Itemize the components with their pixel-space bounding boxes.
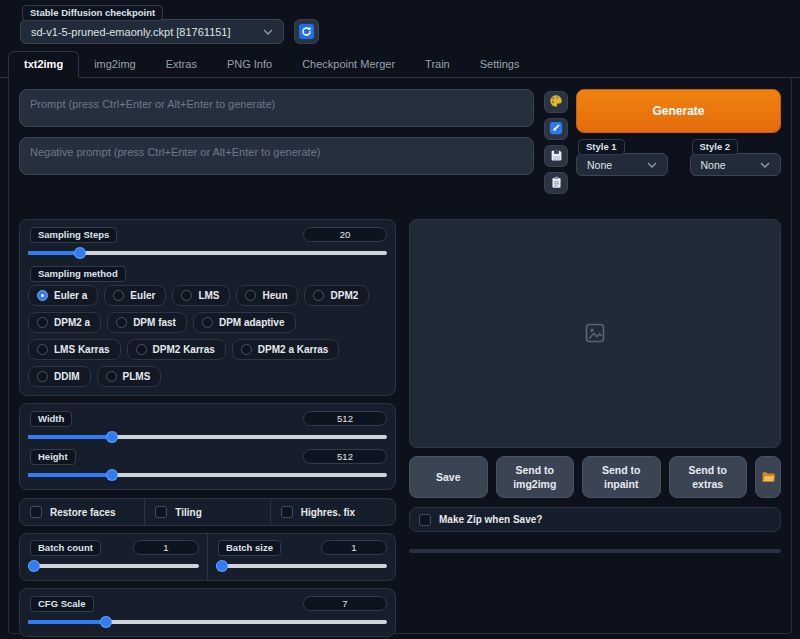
make-zip-checkbox[interactable] — [419, 514, 431, 526]
restore-faces-cell: Restore faces — [20, 499, 144, 525]
tab-settings[interactable]: Settings — [465, 52, 535, 77]
batch-count-slider[interactable] — [28, 560, 199, 572]
apply-style-icon — [550, 176, 563, 191]
tab-train[interactable]: Train — [410, 52, 465, 77]
slider-thumb[interactable] — [106, 431, 118, 443]
sampling-group: Sampling Steps 20 Sampling method Euler … — [19, 219, 396, 396]
sampler-dpm-fast[interactable]: DPM fast — [107, 312, 187, 333]
sampling-steps-value[interactable]: 20 — [303, 227, 387, 242]
radio-icon — [106, 371, 117, 382]
radio-icon — [37, 317, 48, 328]
save-style-icon — [550, 149, 563, 164]
random-artist-button[interactable] — [544, 91, 568, 113]
checkpoint-label: Stable Diffusion checkpoint — [22, 5, 163, 21]
checkpoint-select[interactable]: sd-v1-5-pruned-emaonly.ckpt [81761151] — [20, 19, 284, 44]
apply-style-button[interactable] — [544, 172, 568, 194]
send-to-inpaint-button[interactable]: Send to inpaint — [582, 456, 661, 498]
generate-button[interactable]: Generate — [576, 89, 781, 133]
cfg-group: CFG Scale 7 — [19, 588, 396, 637]
paste-params-icon — [549, 121, 563, 137]
paste-params-button[interactable] — [544, 118, 568, 140]
tab-extras[interactable]: Extras — [151, 52, 212, 77]
radio-icon — [313, 290, 324, 301]
sampling-method-radios: Euler aEulerLMSHeunDPM2DPM2 aDPM fastDPM… — [28, 285, 387, 387]
batch-size-slider[interactable] — [216, 560, 387, 572]
radio-icon — [37, 344, 48, 355]
height-slider[interactable] — [28, 469, 387, 481]
radio-icon — [202, 317, 213, 328]
restore-faces-checkbox[interactable] — [30, 506, 42, 518]
radio-icon — [37, 290, 48, 301]
refresh-icon — [299, 24, 314, 39]
slider-thumb[interactable] — [28, 560, 40, 572]
batch-size-value[interactable]: 1 — [321, 540, 387, 555]
height-label: Height — [30, 449, 76, 465]
settings-column: Sampling Steps 20 Sampling method Euler … — [19, 219, 396, 639]
chevron-down-icon — [647, 162, 657, 168]
sampler-euler[interactable]: Euler — [104, 285, 166, 306]
slider-thumb[interactable] — [106, 469, 118, 481]
zip-group: Make Zip when Save? — [409, 507, 781, 532]
toggles-group: Restore facesTilingHighres. fix — [19, 498, 396, 526]
sampler-euler-a[interactable]: Euler a — [28, 285, 98, 306]
sampler-heun[interactable]: Heun — [236, 285, 298, 306]
open-folder-button[interactable] — [755, 456, 781, 498]
sampler-ddim[interactable]: DDIM — [28, 366, 91, 387]
tiling-checkbox[interactable] — [155, 506, 167, 518]
prompt-input[interactable]: Prompt (press Ctrl+Enter or Alt+Enter to… — [19, 89, 534, 127]
sampler-lms[interactable]: LMS — [172, 285, 230, 306]
styles-row: Style 1NoneStyle 2None — [576, 139, 781, 176]
batch-count-label: Batch count — [30, 540, 101, 556]
height-value[interactable]: 512 — [303, 449, 387, 464]
width-value[interactable]: 512 — [303, 411, 387, 426]
radio-icon — [136, 344, 147, 355]
slider-thumb[interactable] — [100, 616, 112, 628]
tab-png-info[interactable]: PNG Info — [212, 52, 287, 77]
sampler-dpm2[interactable]: DPM2 — [304, 285, 369, 306]
style-1-select[interactable]: None — [576, 153, 668, 176]
prompt-tools — [544, 89, 570, 194]
sampler-plms[interactable]: PLMS — [97, 366, 162, 387]
tab-checkpoint-merger[interactable]: Checkpoint Merger — [287, 52, 410, 77]
cfg-scale-slider[interactable] — [28, 616, 387, 628]
radio-icon — [37, 371, 48, 382]
tab-img2img[interactable]: img2img — [79, 52, 151, 77]
sampler-dpm2-karras[interactable]: DPM2 Karras — [127, 339, 226, 360]
radio-icon — [116, 317, 127, 328]
slider-thumb[interactable] — [216, 560, 228, 572]
refresh-checkpoint-button[interactable] — [294, 19, 319, 44]
stable-diffusion-webui: Stable Diffusion checkpoint sd-v1-5-prun… — [0, 0, 800, 639]
style-1-group: Style 1None — [576, 139, 668, 176]
image-placeholder-icon — [585, 323, 605, 345]
cfg-scale-value[interactable]: 7 — [303, 596, 387, 611]
send-to-img2img-button[interactable]: Send to img2img — [496, 456, 575, 498]
sampler-dpm2-a[interactable]: DPM2 a — [28, 312, 101, 333]
slider-thumb[interactable] — [74, 247, 86, 259]
make-zip-label: Make Zip when Save? — [439, 514, 542, 525]
dimensions-group: Width 512 Height 512 — [19, 403, 396, 490]
highres-fix-checkbox[interactable] — [281, 506, 293, 518]
main-tabbar: txt2imgimg2imgExtrasPNG InfoCheckpoint M… — [0, 51, 800, 78]
save-style-button[interactable] — [544, 145, 568, 167]
batch-size-label: Batch size — [218, 540, 281, 556]
batch-count-cell: Batch count 1 — [20, 534, 207, 580]
batch-count-value[interactable]: 1 — [133, 540, 199, 555]
style-2-select[interactable]: None — [690, 153, 782, 176]
sampler-dpm2-a-karras[interactable]: DPM2 a Karras — [232, 339, 340, 360]
negative-prompt-input[interactable]: Negative prompt (press Ctrl+Enter or Alt… — [19, 137, 534, 175]
width-label: Width — [30, 411, 72, 427]
sampling-steps-label: Sampling Steps — [30, 227, 117, 243]
width-slider[interactable] — [28, 431, 387, 443]
sampling-steps-slider[interactable] — [28, 247, 387, 259]
batch-group: Batch count 1 Batch size 1 — [19, 533, 396, 581]
sampler-lms-karras[interactable]: LMS Karras — [28, 339, 121, 360]
radio-icon — [241, 344, 252, 355]
radio-icon — [245, 290, 256, 301]
sampler-dpm-adaptive[interactable]: DPM adaptive — [193, 312, 296, 333]
tab-txt2img[interactable]: txt2img — [8, 51, 79, 78]
style-2-group: Style 2None — [690, 139, 782, 176]
style-2-label: Style 2 — [692, 139, 739, 155]
send-to-extras-button[interactable]: Send to extras — [669, 456, 748, 498]
save-button[interactable]: Save — [409, 456, 488, 498]
result-image-area — [409, 219, 781, 448]
